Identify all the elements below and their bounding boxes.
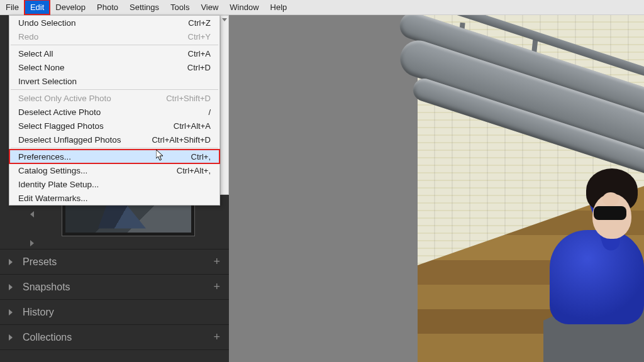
menu-develop-label: Develop [55, 3, 86, 12]
menuitem-redo: Redo Ctrl+Y [9, 30, 219, 43]
panel-snapshots-label: Snapshots [23, 282, 70, 293]
disclosure-triangle-icon [9, 309, 13, 315]
menuitem-shortcut: Ctrl+, [191, 152, 211, 162]
panel-collections[interactable]: Collections + [0, 324, 229, 349]
panel-scroll-handle[interactable] [220, 15, 229, 195]
menuitem-preferences[interactable]: Preferences... Ctrl+, [9, 150, 219, 163]
panel-presets-label: Presets [23, 256, 57, 268]
menu-separator [11, 89, 218, 90]
menuitem-deselect-active[interactable]: Deselect Active Photo / [9, 105, 219, 119]
menuitem-label: Catalog Settings... [18, 166, 87, 175]
menu-tools-label: Tools [170, 3, 189, 12]
menu-tools[interactable]: Tools [165, 0, 195, 14]
menu-separator [11, 148, 218, 148]
disclosure-triangle-icon [9, 284, 13, 290]
panel-presets[interactable]: Presets + [0, 249, 229, 274]
menu-separator [11, 45, 218, 45]
menuitem-deselect-unflagged[interactable]: Deselect Unflagged Photos Ctrl+Alt+Shift… [9, 133, 219, 146]
menuitem-label: Preferences... [18, 152, 71, 162]
menuitem-shortcut: Ctrl+D [187, 63, 211, 72]
menu-window-label: Window [230, 3, 258, 12]
menuitem-label: Redo [18, 32, 38, 41]
menu-settings-label: Settings [130, 3, 159, 12]
menubar: File Edit Develop Photo Settings Tools V… [0, 0, 644, 15]
menuitem-shortcut: Ctrl+A [188, 49, 211, 58]
menu-view[interactable]: View [195, 0, 224, 14]
menuitem-select-none[interactable]: Select None Ctrl+D [9, 60, 219, 74]
app-root: File Edit Develop Photo Settings Tools V… [0, 0, 644, 362]
menuitem-label: Deselect Unflagged Photos [18, 135, 121, 145]
loupe-photo [418, 15, 644, 362]
add-preset-icon[interactable]: + [213, 255, 220, 268]
edit-menu-dropdown: Undo Selection Ctrl+Z Redo Ctrl+Y Select… [9, 15, 220, 206]
menu-help[interactable]: Help [265, 0, 293, 14]
panel-history-label: History [23, 307, 54, 318]
menu-edit[interactable]: Edit [25, 0, 50, 14]
menuitem-shortcut: Ctrl+Y [188, 32, 211, 41]
menuitem-label: Deselect Active Photo [18, 107, 101, 117]
menuitem-label: Edit Watermarks... [18, 194, 88, 203]
menuitem-label: Select All [18, 49, 53, 58]
menuitem-label: Select Only Active Photo [18, 94, 111, 103]
menuitem-label: Select None [18, 63, 65, 72]
disclosure-triangle-icon [9, 259, 13, 265]
add-collection-icon[interactable]: + [213, 331, 220, 344]
menu-file-label: File [6, 3, 19, 12]
filmstrip-nav [26, 211, 38, 246]
add-snapshot-icon[interactable]: + [213, 280, 220, 293]
menu-photo-label: Photo [97, 3, 118, 12]
menu-file[interactable]: File [0, 0, 25, 14]
menuitem-label: Undo Selection [18, 18, 76, 28]
menuitem-shortcut: / [208, 107, 211, 117]
menuitem-select-only-active: Select Only Active Photo Ctrl+Shift+D [9, 91, 219, 105]
menuitem-shortcut: Ctrl+Alt+, [177, 166, 211, 175]
menuitem-label: Identity Plate Setup... [18, 180, 99, 189]
menu-window[interactable]: Window [224, 0, 264, 14]
menu-develop[interactable]: Develop [50, 0, 91, 14]
menuitem-shortcut: Ctrl+Alt+A [174, 121, 211, 131]
menuitem-undo[interactable]: Undo Selection Ctrl+Z [9, 16, 219, 30]
disclosure-triangle-icon [9, 334, 13, 341]
menuitem-select-all[interactable]: Select All Ctrl+A [9, 47, 219, 60]
menu-settings[interactable]: Settings [124, 0, 165, 14]
menuitem-label: Select Flagged Photos [18, 121, 104, 131]
menuitem-label: Invert Selection [18, 77, 77, 86]
photo-subject [537, 173, 644, 362]
image-canvas[interactable] [229, 15, 644, 362]
menuitem-shortcut: Ctrl+Shift+D [166, 94, 211, 103]
filmstrip-next-icon[interactable] [30, 240, 34, 246]
menuitem-invert-selection[interactable]: Invert Selection [9, 74, 219, 88]
menuitem-shortcut: Ctrl+Alt+Shift+D [152, 135, 211, 145]
panel-sections: Presets + Snapshots + History Collection… [0, 249, 229, 362]
menu-view-label: View [201, 3, 218, 12]
menuitem-select-flagged[interactable]: Select Flagged Photos Ctrl+Alt+A [9, 119, 219, 133]
panel-history[interactable]: History [0, 299, 229, 324]
panel-tail [0, 349, 229, 362]
menuitem-identity-plate[interactable]: Identity Plate Setup... [9, 177, 219, 191]
menuitem-shortcut: Ctrl+Z [188, 18, 211, 28]
menu-edit-label: Edit [30, 3, 44, 12]
menu-photo[interactable]: Photo [91, 0, 124, 14]
filmstrip-prev-icon[interactable] [30, 211, 34, 217]
menu-help-label: Help [270, 3, 287, 12]
menuitem-edit-watermarks[interactable]: Edit Watermarks... [9, 191, 219, 205]
panel-collections-label: Collections [23, 332, 72, 343]
panel-snapshots[interactable]: Snapshots + [0, 274, 229, 299]
menuitem-catalog-settings[interactable]: Catalog Settings... Ctrl+Alt+, [9, 163, 219, 177]
